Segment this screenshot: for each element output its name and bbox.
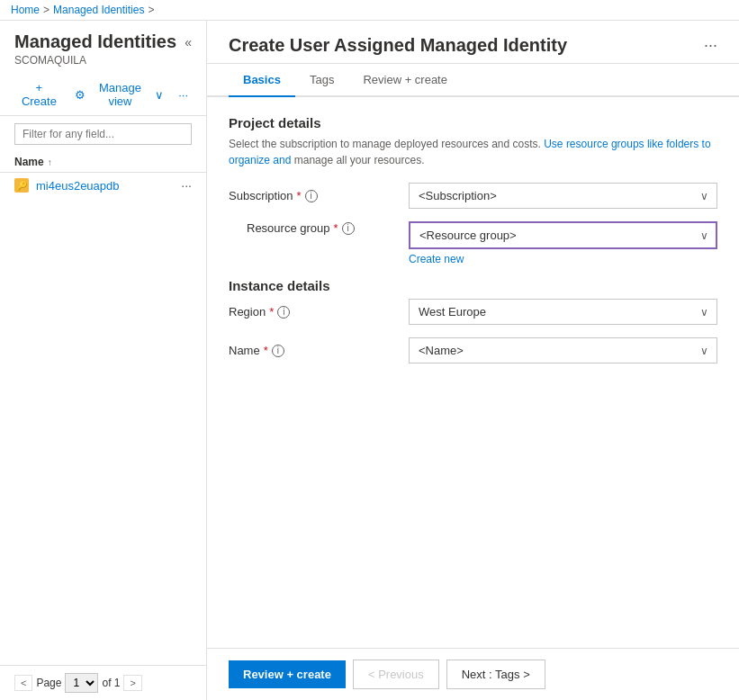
breadcrumb-sep2: >: [148, 4, 154, 16]
page-title: Create User Assigned Managed Identity: [229, 35, 567, 56]
next-page-button[interactable]: >: [123, 675, 141, 691]
project-details-title: Project details: [229, 115, 717, 130]
instance-details-title: Instance details: [229, 278, 717, 293]
region-select-wrapper: West Europe East US West US: [409, 299, 717, 325]
toolbar-more-button[interactable]: ···: [175, 86, 192, 103]
name-select-wrapper: <Name>: [409, 337, 717, 363]
manage-view-button[interactable]: ⚙ Manage view ∨: [71, 79, 167, 110]
panel-subtitle: SCOMAQUILA: [14, 54, 192, 67]
subscription-label: Subscription * i: [229, 189, 409, 202]
resource-group-select-wrapper: <Resource group>: [409, 221, 717, 249]
instance-details-section: Instance details Region * i West Europe …: [229, 278, 717, 363]
name-column-header: Name ↑: [14, 156, 52, 168]
breadcrumb: Home > Managed Identities >: [0, 0, 739, 21]
breadcrumb-managed-identities[interactable]: Managed Identities: [53, 4, 144, 16]
tab-basics[interactable]: Basics: [229, 64, 295, 97]
resource-group-select[interactable]: <Resource group>: [409, 221, 717, 249]
breadcrumb-home[interactable]: Home: [11, 4, 40, 16]
name-required: *: [264, 344, 268, 357]
filter-input[interactable]: [14, 123, 192, 145]
review-create-button[interactable]: Review + create: [229, 660, 346, 688]
panel-title-text: Managed Identities: [14, 31, 176, 52]
create-new-link[interactable]: Create new: [409, 253, 717, 265]
name-row: Name * i <Name>: [229, 337, 717, 363]
chevron-down-icon: ∨: [155, 88, 164, 102]
column-header: Name ↑: [0, 152, 206, 173]
list-item[interactable]: 🔑 mi4eus2euapdb ···: [0, 173, 206, 198]
name-info-icon: i: [272, 345, 284, 357]
name-label: Name * i: [229, 344, 409, 357]
identity-icon: 🔑: [14, 178, 29, 193]
resource-group-row: Resource group * i <Resource group> Crea…: [229, 221, 717, 265]
region-row: Region * i West Europe East US West US: [229, 299, 717, 325]
prev-page-button[interactable]: <: [14, 675, 32, 691]
tabs: Basics Tags Review + create: [207, 64, 739, 97]
more-icon: ···: [178, 88, 188, 102]
form-footer: Review + create < Previous Next : Tags >: [207, 648, 739, 700]
right-header: Create User Assigned Managed Identity ··…: [207, 21, 739, 64]
region-info-icon: i: [277, 306, 290, 319]
name-select[interactable]: <Name>: [409, 337, 717, 363]
page-label: Page: [36, 677, 61, 689]
panel-header: Managed Identities « SCOMAQUILA: [0, 21, 206, 74]
left-panel: Managed Identities « SCOMAQUILA + Create…: [0, 21, 207, 700]
subscription-required: *: [297, 189, 302, 202]
form-content: Project details Select the subscription …: [207, 97, 739, 648]
resource-group-info-icon: i: [342, 222, 355, 235]
previous-button[interactable]: < Previous: [353, 660, 439, 689]
subscription-info-icon: i: [305, 190, 318, 202]
create-button[interactable]: + Create: [14, 79, 64, 110]
tab-review-create[interactable]: Review + create: [348, 64, 462, 97]
create-label: + Create: [18, 81, 60, 108]
subscription-select-wrapper: <Subscription>: [409, 183, 717, 209]
tab-tags[interactable]: Tags: [295, 64, 348, 97]
pagination: < Page 1 of 1 >: [0, 665, 206, 700]
list-items: 🔑 mi4eus2euapdb ···: [0, 173, 206, 665]
region-select[interactable]: West Europe East US West US: [409, 299, 717, 325]
manage-view-label: Manage view: [89, 81, 151, 108]
subscription-row: Subscription * i <Subscription>: [229, 183, 717, 209]
left-toolbar: + Create ⚙ Manage view ∨ ···: [0, 74, 206, 116]
panel-more-button[interactable]: ···: [704, 36, 717, 55]
region-required: *: [269, 305, 274, 319]
region-label: Region * i: [229, 305, 409, 319]
panel-title-row: Managed Identities «: [14, 31, 192, 52]
page-of-label: of 1: [102, 677, 120, 689]
item-label: mi4eus2euapdb: [36, 179, 174, 193]
breadcrumb-sep1: >: [43, 4, 50, 16]
right-panel: Create User Assigned Managed Identity ··…: [207, 21, 739, 700]
subscription-select[interactable]: <Subscription>: [409, 183, 717, 209]
collapse-button[interactable]: «: [185, 35, 192, 49]
sort-icon: ↑: [48, 157, 52, 167]
resource-group-required: *: [334, 221, 338, 235]
gear-icon: ⚙: [75, 88, 86, 102]
project-details-desc: Select the subscription to manage deploy…: [229, 136, 717, 168]
resource-group-label: Resource group * i: [229, 221, 409, 235]
item-more-button[interactable]: ···: [181, 178, 192, 193]
next-button[interactable]: Next : Tags >: [446, 660, 545, 689]
page-select[interactable]: 1: [65, 673, 98, 693]
